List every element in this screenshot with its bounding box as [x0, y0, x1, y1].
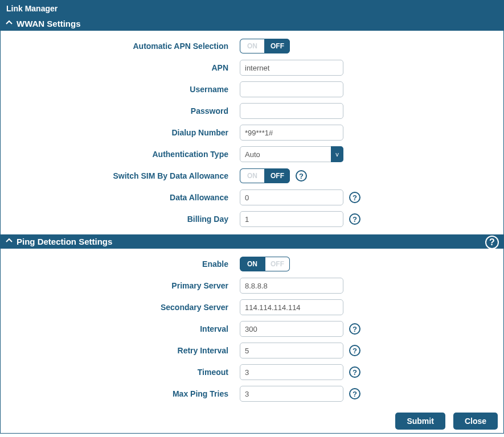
toggle-auto-apn[interactable]: ON OFF	[240, 39, 290, 53]
toggle-enable[interactable]: ON OFF	[240, 257, 290, 271]
help-icon[interactable]: ?	[296, 170, 307, 182]
row-timeout: Timeout ?	[1, 361, 503, 383]
wwan-section-header[interactable]: WWAN Settings	[1, 17, 503, 31]
label-retry-interval: Retry Interval	[1, 346, 240, 355]
row-apn: APN	[1, 57, 503, 79]
input-password[interactable]	[240, 103, 343, 119]
close-button[interactable]: Close	[453, 413, 498, 430]
submit-button[interactable]: Submit	[395, 413, 445, 430]
ping-section-header[interactable]: Ping Detection Settings ?	[1, 234, 503, 249]
row-password: Password	[1, 100, 503, 122]
label-password: Password	[1, 106, 240, 116]
button-bar: Submit Close	[1, 409, 503, 433]
chevron-up-icon	[5, 19, 13, 28]
ping-header-label: Ping Detection Settings	[17, 237, 112, 246]
label-billing-day: Billing Day	[1, 215, 240, 224]
input-apn[interactable]	[240, 60, 343, 76]
input-primary[interactable]	[240, 278, 343, 294]
row-billing-day: Billing Day ?	[1, 208, 503, 230]
toggle-off-label: OFF	[265, 39, 290, 53]
input-dialup[interactable]	[240, 125, 343, 141]
input-username[interactable]	[240, 81, 343, 97]
label-auto-apn: Automatic APN Selection	[1, 42, 240, 51]
panel-title: Link Manager	[1, 1, 503, 17]
label-timeout: Timeout	[1, 368, 240, 377]
label-dialup: Dialup Number	[1, 128, 240, 137]
input-secondary[interactable]	[240, 299, 343, 315]
help-icon[interactable]: ?	[485, 236, 499, 249]
label-apn: APN	[1, 63, 240, 72]
toggle-on-label: ON	[240, 39, 265, 53]
toggle-switch-sim[interactable]: ON OFF	[240, 168, 290, 183]
label-secondary: Secondary Server	[1, 303, 240, 312]
help-icon[interactable]: ?	[349, 192, 360, 203]
toggle-off-label: OFF	[265, 257, 290, 271]
wwan-header-label: WWAN Settings	[17, 19, 81, 28]
row-username: Username	[1, 79, 503, 100]
label-interval: Interval	[1, 324, 240, 333]
input-timeout[interactable]	[240, 364, 343, 380]
row-switch-sim: Switch SIM By Data Allowance ON OFF ?	[1, 165, 503, 187]
row-dialup: Dialup Number	[1, 122, 503, 143]
label-enable: Enable	[1, 259, 240, 269]
row-secondary: Secondary Server	[1, 296, 503, 318]
select-auth-type-value: Auto	[240, 146, 343, 162]
chevron-down-icon: v	[331, 146, 343, 162]
row-max-tries: Max Ping Tries ?	[1, 383, 503, 405]
label-primary: Primary Server	[1, 281, 240, 290]
wwan-section-body: Automatic APN Selection ON OFF APN Usern…	[1, 31, 503, 234]
link-manager-panel: Link Manager WWAN Settings Automatic APN…	[0, 0, 504, 434]
toggle-on-label: ON	[240, 257, 265, 271]
select-auth-type[interactable]: Auto v	[240, 146, 343, 162]
ping-section-body: Enable ON OFF Primary Server Secondary S…	[1, 249, 503, 409]
input-data-allowance[interactable]	[240, 189, 343, 205]
help-icon[interactable]: ?	[349, 345, 360, 356]
row-auto-apn: Automatic APN Selection ON OFF	[1, 35, 503, 57]
row-retry-interval: Retry Interval ?	[1, 340, 503, 361]
input-billing-day[interactable]	[240, 211, 343, 227]
label-switch-sim: Switch SIM By Data Allowance	[1, 171, 240, 180]
help-icon[interactable]: ?	[349, 323, 360, 335]
help-icon[interactable]: ?	[349, 388, 360, 399]
input-max-tries[interactable]	[240, 386, 343, 402]
help-icon[interactable]: ?	[349, 366, 360, 378]
input-interval[interactable]	[240, 321, 343, 337]
label-username: Username	[1, 85, 240, 94]
row-data-allowance: Data Allowance ?	[1, 187, 503, 208]
help-icon[interactable]: ?	[349, 213, 360, 225]
row-enable: Enable ON OFF	[1, 253, 503, 275]
label-max-tries: Max Ping Tries	[1, 389, 240, 398]
row-primary: Primary Server	[1, 275, 503, 296]
label-data-allowance: Data Allowance	[1, 193, 240, 202]
input-retry-interval[interactable]	[240, 343, 343, 358]
row-interval: Interval ?	[1, 318, 503, 340]
toggle-on-label: ON	[240, 168, 265, 183]
row-auth-type: Authentication Type Auto v	[1, 143, 503, 165]
label-auth-type: Authentication Type	[1, 150, 240, 159]
chevron-up-icon	[5, 237, 13, 246]
toggle-off-label: OFF	[265, 168, 290, 183]
